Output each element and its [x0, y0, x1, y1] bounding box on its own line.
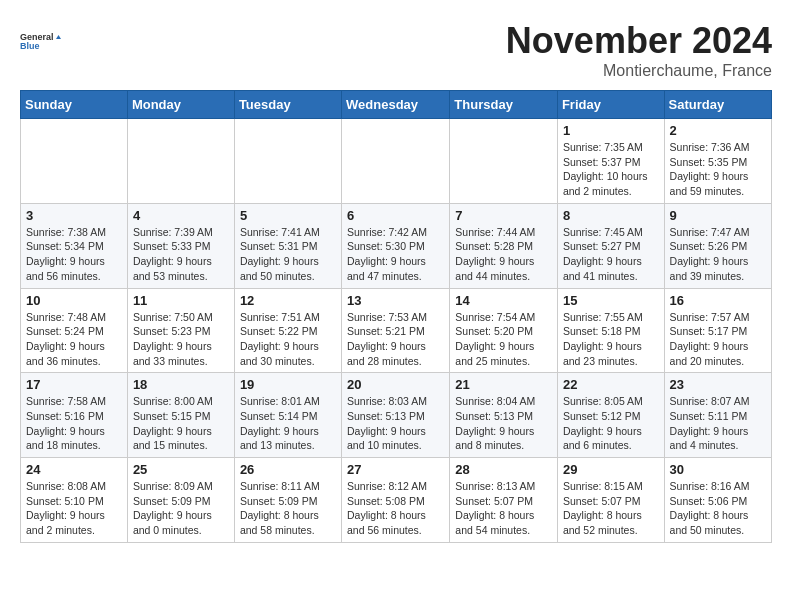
calendar-week-2: 3Sunrise: 7:38 AM Sunset: 5:34 PM Daylig…: [21, 203, 772, 288]
day-number: 28: [455, 462, 552, 477]
day-number: 7: [455, 208, 552, 223]
day-number: 3: [26, 208, 122, 223]
calendar-cell: 28Sunrise: 8:13 AM Sunset: 5:07 PM Dayli…: [450, 458, 558, 543]
calendar-header-row: SundayMondayTuesdayWednesdayThursdayFrid…: [21, 91, 772, 119]
day-number: 11: [133, 293, 229, 308]
location-title: Montierchaume, France: [506, 62, 772, 80]
calendar-cell: 25Sunrise: 8:09 AM Sunset: 5:09 PM Dayli…: [127, 458, 234, 543]
calendar-cell: 13Sunrise: 7:53 AM Sunset: 5:21 PM Dayli…: [342, 288, 450, 373]
calendar-cell: 2Sunrise: 7:36 AM Sunset: 5:35 PM Daylig…: [664, 119, 771, 204]
day-number: 20: [347, 377, 444, 392]
day-number: 9: [670, 208, 766, 223]
day-detail: Sunrise: 7:35 AM Sunset: 5:37 PM Dayligh…: [563, 140, 659, 199]
day-detail: Sunrise: 8:08 AM Sunset: 5:10 PM Dayligh…: [26, 479, 122, 538]
day-number: 23: [670, 377, 766, 392]
day-detail: Sunrise: 8:07 AM Sunset: 5:11 PM Dayligh…: [670, 394, 766, 453]
calendar-cell: [21, 119, 128, 204]
day-number: 5: [240, 208, 336, 223]
calendar-cell: 16Sunrise: 7:57 AM Sunset: 5:17 PM Dayli…: [664, 288, 771, 373]
day-number: 10: [26, 293, 122, 308]
day-detail: Sunrise: 7:50 AM Sunset: 5:23 PM Dayligh…: [133, 310, 229, 369]
day-number: 6: [347, 208, 444, 223]
header-day-friday: Friday: [557, 91, 664, 119]
day-number: 13: [347, 293, 444, 308]
day-number: 12: [240, 293, 336, 308]
day-detail: Sunrise: 7:42 AM Sunset: 5:30 PM Dayligh…: [347, 225, 444, 284]
day-detail: Sunrise: 8:01 AM Sunset: 5:14 PM Dayligh…: [240, 394, 336, 453]
calendar-week-3: 10Sunrise: 7:48 AM Sunset: 5:24 PM Dayli…: [21, 288, 772, 373]
calendar-week-4: 17Sunrise: 7:58 AM Sunset: 5:16 PM Dayli…: [21, 373, 772, 458]
day-detail: Sunrise: 7:57 AM Sunset: 5:17 PM Dayligh…: [670, 310, 766, 369]
day-number: 30: [670, 462, 766, 477]
calendar-cell: 6Sunrise: 7:42 AM Sunset: 5:30 PM Daylig…: [342, 203, 450, 288]
day-number: 27: [347, 462, 444, 477]
calendar-cell: [450, 119, 558, 204]
calendar-cell: 8Sunrise: 7:45 AM Sunset: 5:27 PM Daylig…: [557, 203, 664, 288]
header-day-wednesday: Wednesday: [342, 91, 450, 119]
page-header: General Blue November 2024 Montierchaume…: [20, 20, 772, 80]
day-number: 1: [563, 123, 659, 138]
day-detail: Sunrise: 7:54 AM Sunset: 5:20 PM Dayligh…: [455, 310, 552, 369]
calendar-cell: 10Sunrise: 7:48 AM Sunset: 5:24 PM Dayli…: [21, 288, 128, 373]
calendar-cell: 24Sunrise: 8:08 AM Sunset: 5:10 PM Dayli…: [21, 458, 128, 543]
calendar-cell: 29Sunrise: 8:15 AM Sunset: 5:07 PM Dayli…: [557, 458, 664, 543]
calendar-cell: 4Sunrise: 7:39 AM Sunset: 5:33 PM Daylig…: [127, 203, 234, 288]
calendar-cell: 14Sunrise: 7:54 AM Sunset: 5:20 PM Dayli…: [450, 288, 558, 373]
logo-svg: General Blue: [20, 20, 64, 64]
day-number: 18: [133, 377, 229, 392]
title-area: November 2024 Montierchaume, France: [506, 20, 772, 80]
day-detail: Sunrise: 7:51 AM Sunset: 5:22 PM Dayligh…: [240, 310, 336, 369]
day-detail: Sunrise: 7:55 AM Sunset: 5:18 PM Dayligh…: [563, 310, 659, 369]
day-number: 17: [26, 377, 122, 392]
calendar-cell: 12Sunrise: 7:51 AM Sunset: 5:22 PM Dayli…: [234, 288, 341, 373]
calendar-cell: 22Sunrise: 8:05 AM Sunset: 5:12 PM Dayli…: [557, 373, 664, 458]
day-detail: Sunrise: 8:13 AM Sunset: 5:07 PM Dayligh…: [455, 479, 552, 538]
header-day-saturday: Saturday: [664, 91, 771, 119]
calendar-cell: 5Sunrise: 7:41 AM Sunset: 5:31 PM Daylig…: [234, 203, 341, 288]
day-detail: Sunrise: 8:16 AM Sunset: 5:06 PM Dayligh…: [670, 479, 766, 538]
day-detail: Sunrise: 8:12 AM Sunset: 5:08 PM Dayligh…: [347, 479, 444, 538]
calendar-cell: [342, 119, 450, 204]
calendar-table: SundayMondayTuesdayWednesdayThursdayFrid…: [20, 90, 772, 543]
header-day-monday: Monday: [127, 91, 234, 119]
calendar-cell: 1Sunrise: 7:35 AM Sunset: 5:37 PM Daylig…: [557, 119, 664, 204]
day-number: 24: [26, 462, 122, 477]
day-number: 8: [563, 208, 659, 223]
svg-marker-2: [56, 35, 61, 39]
day-number: 26: [240, 462, 336, 477]
day-detail: Sunrise: 7:53 AM Sunset: 5:21 PM Dayligh…: [347, 310, 444, 369]
day-number: 29: [563, 462, 659, 477]
calendar-cell: 17Sunrise: 7:58 AM Sunset: 5:16 PM Dayli…: [21, 373, 128, 458]
day-detail: Sunrise: 8:04 AM Sunset: 5:13 PM Dayligh…: [455, 394, 552, 453]
day-number: 2: [670, 123, 766, 138]
day-detail: Sunrise: 8:11 AM Sunset: 5:09 PM Dayligh…: [240, 479, 336, 538]
day-number: 16: [670, 293, 766, 308]
svg-text:Blue: Blue: [20, 41, 40, 51]
header-day-thursday: Thursday: [450, 91, 558, 119]
day-number: 14: [455, 293, 552, 308]
calendar-cell: 20Sunrise: 8:03 AM Sunset: 5:13 PM Dayli…: [342, 373, 450, 458]
calendar-cell: 30Sunrise: 8:16 AM Sunset: 5:06 PM Dayli…: [664, 458, 771, 543]
day-detail: Sunrise: 7:41 AM Sunset: 5:31 PM Dayligh…: [240, 225, 336, 284]
calendar-week-1: 1Sunrise: 7:35 AM Sunset: 5:37 PM Daylig…: [21, 119, 772, 204]
calendar-cell: 9Sunrise: 7:47 AM Sunset: 5:26 PM Daylig…: [664, 203, 771, 288]
calendar-cell: 7Sunrise: 7:44 AM Sunset: 5:28 PM Daylig…: [450, 203, 558, 288]
day-detail: Sunrise: 8:00 AM Sunset: 5:15 PM Dayligh…: [133, 394, 229, 453]
calendar-week-5: 24Sunrise: 8:08 AM Sunset: 5:10 PM Dayli…: [21, 458, 772, 543]
day-number: 21: [455, 377, 552, 392]
day-number: 22: [563, 377, 659, 392]
day-detail: Sunrise: 7:44 AM Sunset: 5:28 PM Dayligh…: [455, 225, 552, 284]
calendar-cell: 15Sunrise: 7:55 AM Sunset: 5:18 PM Dayli…: [557, 288, 664, 373]
day-detail: Sunrise: 7:48 AM Sunset: 5:24 PM Dayligh…: [26, 310, 122, 369]
calendar-cell: 27Sunrise: 8:12 AM Sunset: 5:08 PM Dayli…: [342, 458, 450, 543]
calendar-cell: 21Sunrise: 8:04 AM Sunset: 5:13 PM Dayli…: [450, 373, 558, 458]
day-detail: Sunrise: 7:47 AM Sunset: 5:26 PM Dayligh…: [670, 225, 766, 284]
day-number: 15: [563, 293, 659, 308]
calendar-cell: 19Sunrise: 8:01 AM Sunset: 5:14 PM Dayli…: [234, 373, 341, 458]
calendar-cell: [234, 119, 341, 204]
header-day-sunday: Sunday: [21, 91, 128, 119]
day-detail: Sunrise: 8:05 AM Sunset: 5:12 PM Dayligh…: [563, 394, 659, 453]
day-detail: Sunrise: 7:36 AM Sunset: 5:35 PM Dayligh…: [670, 140, 766, 199]
calendar-cell: 11Sunrise: 7:50 AM Sunset: 5:23 PM Dayli…: [127, 288, 234, 373]
day-detail: Sunrise: 8:09 AM Sunset: 5:09 PM Dayligh…: [133, 479, 229, 538]
